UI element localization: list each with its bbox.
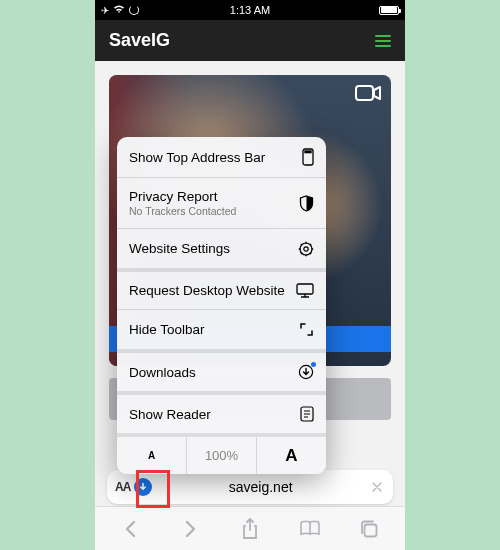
status-bar: ✈ 1:13 AM — [95, 0, 405, 20]
menu-item-request-desktop[interactable]: Request Desktop Website — [117, 268, 326, 309]
close-icon[interactable] — [369, 479, 385, 495]
share-button[interactable] — [232, 518, 268, 540]
zoom-out-button[interactable]: A — [117, 437, 186, 474]
site-title: SaveIG — [109, 30, 170, 51]
svg-rect-13 — [297, 284, 313, 294]
zoom-in-button[interactable]: A — [256, 437, 326, 474]
back-button[interactable] — [113, 519, 149, 539]
aa-button[interactable]: AA — [115, 480, 130, 494]
tabs-button[interactable] — [351, 519, 387, 539]
phone-screen: ✈ 1:13 AM SaveIG Show Top Address Bar — [95, 0, 405, 550]
menu-item-privacy-report[interactable]: Privacy Report No Trackers Contacted — [117, 177, 326, 228]
bookmarks-button[interactable] — [292, 520, 328, 538]
bottom-nav-bar — [95, 506, 405, 550]
site-header: SaveIG — [95, 20, 405, 61]
airplane-mode-icon: ✈ — [101, 5, 109, 16]
menu-item-website-settings[interactable]: Website Settings — [117, 228, 326, 268]
menu-item-show-reader[interactable]: Show Reader — [117, 391, 326, 433]
address-bar[interactable]: AA saveig.net — [107, 470, 393, 504]
svg-line-10 — [310, 252, 311, 253]
svg-line-9 — [301, 243, 302, 244]
download-icon — [298, 364, 314, 380]
svg-point-4 — [304, 246, 308, 250]
wifi-icon — [113, 4, 125, 16]
zoom-level-display[interactable]: 100% — [186, 437, 256, 474]
svg-rect-0 — [356, 86, 373, 100]
menu-item-downloads[interactable]: Downloads — [117, 349, 326, 391]
svg-rect-2 — [304, 150, 311, 153]
video-camera-icon[interactable] — [355, 83, 381, 107]
shield-icon — [299, 195, 314, 212]
battery-icon — [379, 6, 399, 15]
aa-menu-panel: Show Top Address Bar Privacy Report No T… — [117, 137, 326, 474]
address-domain[interactable]: saveig.net — [152, 479, 369, 495]
phone-icon — [302, 148, 314, 166]
forward-button[interactable] — [172, 519, 208, 539]
download-indicator-icon[interactable] — [134, 478, 152, 496]
desktop-icon — [296, 283, 314, 298]
expand-icon — [299, 322, 314, 337]
gear-icon — [298, 241, 314, 257]
hamburger-menu-icon[interactable] — [375, 35, 391, 47]
zoom-control-row: A 100% A — [117, 433, 326, 474]
menu-item-hide-toolbar[interactable]: Hide Toolbar — [117, 309, 326, 349]
status-time: 1:13 AM — [230, 4, 270, 16]
reader-icon — [300, 406, 314, 422]
svg-line-12 — [310, 243, 311, 244]
svg-rect-21 — [365, 524, 377, 536]
menu-item-show-top-address[interactable]: Show Top Address Bar — [117, 137, 326, 177]
svg-line-11 — [301, 252, 302, 253]
loading-spinner-icon — [129, 5, 139, 15]
